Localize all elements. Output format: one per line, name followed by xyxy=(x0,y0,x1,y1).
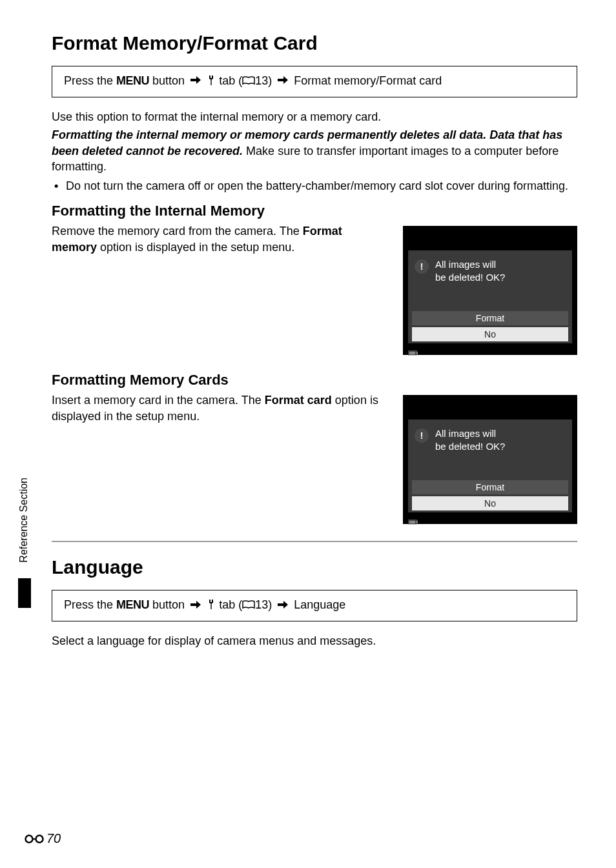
dialog-message: All images will be deleted! OK? xyxy=(435,258,505,283)
page-number-value: 70 xyxy=(46,831,61,846)
nav-page-ref: 13) xyxy=(255,599,272,612)
camera-screen-2: ! All images will be deleted! OK? Format… xyxy=(403,395,577,524)
text-post: option is displayed in the setup menu. xyxy=(97,241,294,254)
page-title-1: Format Memory/Format Card xyxy=(52,32,577,54)
battery-icon xyxy=(408,347,418,352)
svg-rect-2 xyxy=(409,352,416,355)
section-text-2: Insert a memory card in the camera. The … xyxy=(52,392,390,524)
nav-path-box-1: Press the MENU button tab ( 13) Format m… xyxy=(52,66,577,97)
book-icon xyxy=(242,599,255,612)
svg-rect-5 xyxy=(409,521,416,524)
msg-line-1: All images will xyxy=(435,427,505,440)
svg-point-8 xyxy=(36,835,43,842)
msg-line-2: be deleted! OK? xyxy=(435,271,505,284)
warning-icon: ! xyxy=(415,259,429,274)
svg-rect-4 xyxy=(416,521,418,523)
subheading-1: Formatting the Internal Memory xyxy=(52,203,577,219)
nav-press-the: Press the xyxy=(64,74,113,87)
nav-button-text: button xyxy=(152,74,185,87)
msg-line-1: All images will xyxy=(435,258,505,271)
section-divider xyxy=(52,541,577,542)
page-number: 70 xyxy=(25,831,61,846)
format-button[interactable]: Format xyxy=(412,480,568,494)
reference-section-icon xyxy=(25,834,44,844)
language-body: Select a language for display of camera … xyxy=(52,633,577,649)
book-icon xyxy=(242,75,255,88)
svg-rect-1 xyxy=(416,352,418,354)
arrow-right-icon xyxy=(190,74,201,88)
section-text-1: Remove the memory card from the camera. … xyxy=(52,223,390,355)
msg-line-2: be deleted! OK? xyxy=(435,440,505,453)
camera-dialog: ! All images will be deleted! OK? Format… xyxy=(408,250,572,343)
subheading-2: Formatting Memory Cards xyxy=(52,372,577,389)
svg-point-6 xyxy=(26,835,33,842)
bullet-item: Do not turn the camera off or open the b… xyxy=(52,178,577,194)
menu-button-label: MENU xyxy=(116,599,149,612)
arrow-right-icon xyxy=(278,599,288,612)
intro-text: Use this option to format the internal m… xyxy=(52,109,577,125)
nav-path-box-2: Press the MENU button tab ( 13) Language xyxy=(52,590,577,621)
camera-screen-1: ! All images will be deleted! OK? Format… xyxy=(403,226,577,355)
arrow-right-icon xyxy=(190,599,201,612)
no-button[interactable]: No xyxy=(412,327,568,341)
bullet-list: Do not turn the camera off or open the b… xyxy=(52,178,577,194)
nav-button-text: button xyxy=(152,599,185,612)
side-section-label: Reference Section xyxy=(18,478,30,563)
nav-tab-text: tab ( xyxy=(219,74,242,87)
nav-destination: Format memory/Format card xyxy=(294,74,442,87)
warning-icon: ! xyxy=(415,429,429,443)
wrench-icon xyxy=(207,598,216,613)
arrow-right-icon xyxy=(278,74,288,88)
format-button[interactable]: Format xyxy=(412,311,568,325)
no-button[interactable]: No xyxy=(412,496,568,510)
camera-dialog: ! All images will be deleted! OK? Format… xyxy=(408,419,572,512)
text-pre: Remove the memory card from the camera. … xyxy=(52,225,303,237)
wrench-icon xyxy=(207,74,216,89)
side-tab-marker xyxy=(18,578,31,608)
nav-page-ref: 13) xyxy=(255,74,272,87)
section-row-1: Remove the memory card from the camera. … xyxy=(52,223,577,355)
menu-button-label: MENU xyxy=(116,74,149,87)
nav-press-the: Press the xyxy=(64,599,113,612)
text-bold: Format card xyxy=(265,394,332,407)
section-row-2: Insert a memory card in the camera. The … xyxy=(52,392,577,524)
nav-destination: Language xyxy=(294,599,345,612)
nav-tab-text: tab ( xyxy=(219,599,242,612)
dialog-message: All images will be deleted! OK? xyxy=(435,427,505,452)
page-title-2: Language xyxy=(52,556,577,578)
battery-icon xyxy=(408,516,418,521)
text-pre: Insert a memory card in the camera. The xyxy=(52,394,265,407)
warning-text: Formatting the internal memory or memory… xyxy=(52,127,577,174)
